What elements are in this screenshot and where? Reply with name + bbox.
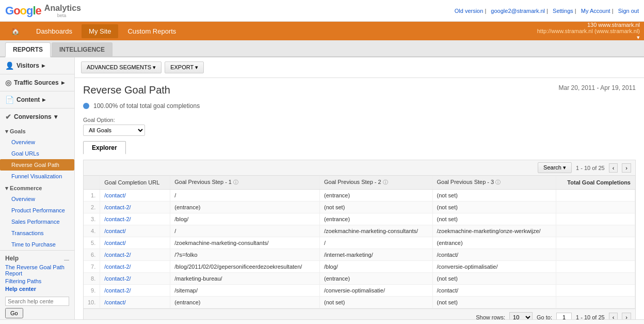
col-completion-header: Goal Completion URL [100, 176, 170, 190]
row-total [556, 273, 635, 285]
completion-link[interactable]: /contact/ [104, 192, 126, 198]
sidebar-visitors-header[interactable]: 👤 Visitors ▸ [0, 57, 74, 74]
sidebar-content-header[interactable]: 📄 Content ▸ [0, 91, 74, 108]
help-search-input[interactable] [5, 297, 69, 306]
col-step1-label: Goal Previous Step - 1 [174, 179, 232, 185]
sign-out-link[interactable]: Sign out [618, 8, 639, 14]
account-link[interactable]: google2@stramark.nl [491, 8, 545, 14]
sidebar-item-reverse-goal[interactable]: Reverse Goal Path [0, 159, 74, 171]
sidebar-item-transactions-label: Transactions [11, 230, 44, 236]
logo-e-letter: e [36, 4, 41, 17]
row-completion: /contact/ [100, 237, 170, 249]
goal-option-label: Goal Option: [83, 117, 636, 123]
help-go-button[interactable]: Go [5, 308, 23, 318]
completion-link[interactable]: /contact-2/ [104, 264, 131, 270]
table-row: 1. /contact/ / (entrance) (not set) [84, 190, 635, 202]
completion-link[interactable]: /contact/ [104, 240, 126, 246]
row-step1: /?s=folko [170, 249, 320, 261]
explorer-button[interactable]: Explorer [83, 141, 126, 155]
sidebar-item-product[interactable]: Product Performance [0, 205, 74, 216]
old-version-link[interactable]: Old version [455, 8, 484, 14]
row-total [556, 237, 635, 249]
completion-link[interactable]: /contact/ [104, 228, 126, 234]
table-toolbar: Search ▾ 1 - 10 of 25 ‹ › [84, 160, 635, 176]
col-num [84, 176, 100, 190]
nav-dashboards[interactable]: Dashboards [29, 24, 79, 38]
completion-link[interactable]: /contact-2/ [104, 275, 131, 282]
help-link-reverse[interactable]: The Reverse Goal Path Report [5, 264, 69, 276]
sidebar-item-time[interactable]: Time to Purchase [0, 239, 74, 250]
table-row: 9. /contact-2/ /sitemap/ /conversie-opti… [84, 285, 635, 297]
sidebar-visitors-arrow: ▸ [42, 62, 45, 69]
sidebar-traffic-header[interactable]: ◎ Traffic Sources ▸ [0, 74, 74, 91]
sidebar-item-sales[interactable]: Sales Performance [0, 216, 74, 227]
my-account-link[interactable]: My Account [581, 8, 610, 14]
sidebar-item-funnel[interactable]: Funnel Visualization [0, 171, 74, 182]
logo-analytics-group: Analytics beta [42, 4, 81, 18]
sidebar-item-transactions[interactable]: Transactions [0, 227, 74, 239]
row-step1: /blog/ [170, 213, 320, 225]
row-step3: /contact/ [432, 249, 556, 261]
search-button[interactable]: Search ▾ [538, 162, 572, 173]
sidebar-conversions-header[interactable]: ✔ Conversions ▾ [0, 109, 74, 125]
row-completion: /contact/ [100, 190, 170, 202]
step3-info-icon[interactable]: ⓘ [495, 179, 501, 185]
table-row: 8. /contact-2/ /marketing-bureau/ (entra… [84, 273, 635, 285]
help-link-filtering[interactable]: Filtering Paths [5, 278, 69, 284]
row-completion: /contact/ [100, 225, 170, 237]
tab-reports[interactable]: REPORTS [5, 42, 51, 57]
row-step3: (not set) [432, 297, 556, 308]
sidebar-content-label: Content [17, 96, 40, 103]
nav-home[interactable]: 🏠 [4, 24, 27, 38]
sidebar-item-ecom-overview-label: Overview [11, 196, 35, 202]
sidebar-item-funnel-label: Funnel Visualization [11, 173, 62, 179]
tab-reports-label: REPORTS [13, 46, 43, 53]
sidebar-traffic-arrow: ▸ [61, 79, 65, 86]
row-step1: /marketing-bureau/ [170, 273, 320, 285]
prev-page-button[interactable]: ‹ [609, 163, 618, 173]
row-step2: /blog/ [319, 261, 432, 273]
show-rows-select[interactable]: 10 25 50 100 [509, 312, 533, 319]
sidebar-conversions-arrow: ▾ [54, 113, 57, 120]
completion-link[interactable]: /contact-2/ [104, 204, 131, 210]
toolbar: ADVANCED SEGMENTS ▾ EXPORT ▾ [75, 57, 644, 78]
bottom-next-button[interactable]: › [622, 313, 631, 319]
help-link-center[interactable]: Help center [5, 286, 69, 292]
step2-info-icon[interactable]: ⓘ [383, 179, 388, 185]
goal-select[interactable]: All Goals [83, 125, 145, 136]
step1-info-icon[interactable]: ⓘ [233, 179, 238, 185]
sidebar-traffic-section: ◎ Traffic Sources ▸ [0, 74, 74, 91]
row-total [556, 202, 635, 213]
nav-custom-reports[interactable]: Custom Reports [120, 24, 183, 38]
goto-input[interactable] [556, 313, 572, 319]
row-total [556, 261, 635, 273]
next-page-button[interactable]: › [622, 163, 631, 173]
completion-link[interactable]: /contact-2/ [104, 287, 131, 294]
row-step1: /sitemap/ [170, 285, 320, 297]
logo-google: Google [5, 4, 41, 18]
row-step2: /zoekmachine-marketing-consultants/ [319, 225, 432, 237]
content-icon: 📄 [5, 96, 14, 104]
site-dropdown-icon[interactable]: ▾ [637, 34, 640, 40]
row-step1: / [170, 225, 320, 237]
sidebar-item-overview[interactable]: Overview [0, 136, 74, 148]
row-num: 9. [84, 285, 100, 297]
col-step1-header: Goal Previous Step - 1 ⓘ [170, 176, 320, 190]
advanced-segments-button[interactable]: ADVANCED SEGMENTS ▾ [81, 61, 162, 73]
tab-intelligence[interactable]: INTELLIGENCE [52, 42, 112, 56]
completion-link[interactable]: /contact/ [104, 299, 126, 305]
row-completion: /contact-2/ [100, 261, 170, 273]
completion-link[interactable]: /contact-2/ [104, 216, 131, 222]
minimize-button[interactable]: — [64, 257, 69, 263]
completion-link[interactable]: /contact-2/ [104, 252, 131, 258]
row-step3: /zoekmachine-marketing/onze-werkwijze/ [432, 225, 556, 237]
row-step1: (entrance) [170, 202, 320, 213]
bottom-prev-button[interactable]: ‹ [609, 313, 618, 319]
settings-link[interactable]: Settings [553, 8, 573, 14]
export-button[interactable]: EXPORT ▾ [165, 61, 204, 73]
table-row: 4. /contact/ / /zoekmachine-marketing-co… [84, 225, 635, 237]
sidebar-item-ecom-overview[interactable]: Overview [0, 193, 74, 205]
sidebar-item-goal-urls[interactable]: Goal URLs [0, 148, 74, 159]
sidebar-goals-subsection: ▾ Goals [0, 125, 74, 136]
nav-my-site[interactable]: My Site [82, 24, 118, 38]
